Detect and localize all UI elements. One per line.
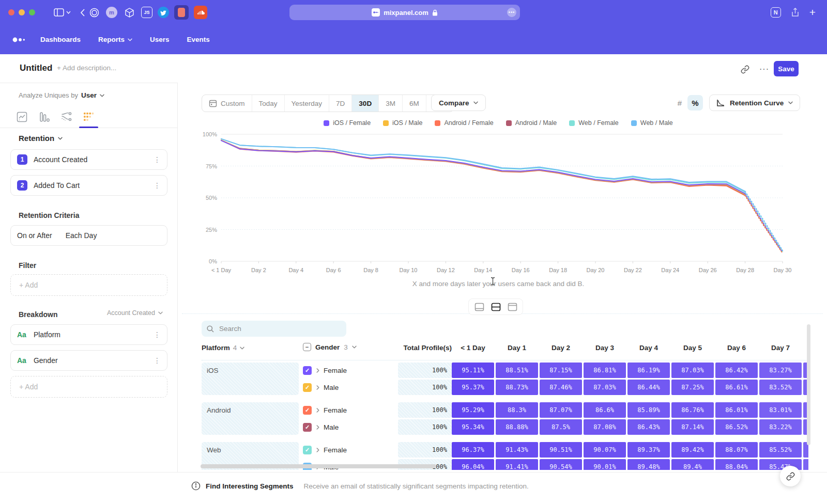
series-checkbox[interactable]: ✓: [303, 423, 312, 432]
nav-item-events[interactable]: Events: [187, 36, 210, 43]
save-button[interactable]: Save: [774, 61, 799, 76]
platform-cell[interactable]: iOS: [202, 363, 299, 395]
retention-value-cell[interactable]: 85.89%: [627, 402, 670, 418]
column-day[interactable]: Day 3: [584, 344, 626, 352]
retention-value-cell[interactable]: 90.51%: [540, 442, 582, 458]
nav-item-reports[interactable]: Reports: [98, 36, 132, 43]
table-search[interactable]: [202, 321, 346, 337]
retention-value-cell[interactable]: 86.44%: [627, 380, 670, 395]
column-gender[interactable]: − Gender3: [303, 343, 357, 351]
new-tab-icon[interactable]: +: [809, 6, 816, 19]
retention-chart[interactable]: 100%75%50%25%0%< 1 DayDay 2Day 4Day 6Day…: [198, 129, 792, 277]
legend-item[interactable]: Web / Male: [631, 119, 673, 127]
series-checkbox[interactable]: ✓: [303, 383, 312, 392]
table-row[interactable]: ✓Female: [303, 363, 375, 378]
retention-value-cell[interactable]: 90.07%: [584, 442, 626, 458]
tab-flows[interactable]: [55, 106, 78, 128]
retention-section-header[interactable]: Retention: [19, 134, 63, 143]
series-checkbox[interactable]: ✓: [303, 406, 312, 415]
minimize-window-button[interactable]: [19, 9, 25, 15]
retention-value-cell[interactable]: 86.43%: [627, 419, 670, 435]
retention-value-cell[interactable]: 88.73%: [496, 380, 538, 395]
retention-value-cell[interactable]: 87.03%: [671, 363, 714, 378]
layout-table-only-toggle[interactable]: [505, 301, 519, 313]
add-description-placeholder[interactable]: + Add description...: [57, 64, 116, 72]
retention-value-cell[interactable]: 86.52%: [715, 419, 758, 435]
mixpanel-logo[interactable]: [12, 37, 26, 43]
retention-criteria-row[interactable]: On or After Each Day: [10, 225, 167, 246]
range-button-custom[interactable]: Custom: [202, 95, 252, 112]
back-button[interactable]: [80, 9, 85, 17]
step-event-name[interactable]: Added To Cart: [34, 181, 154, 190]
column-day[interactable]: Day 5: [671, 344, 714, 352]
step-event-name[interactable]: Account Created: [34, 155, 154, 164]
share-link-fab[interactable]: [780, 466, 801, 486]
table-row[interactable]: ✓Male: [303, 380, 375, 395]
extension-soundcloud-icon[interactable]: [194, 6, 207, 19]
legend-item[interactable]: Android / Female: [435, 119, 493, 127]
retention-value-cell[interactable]: 83.27%: [759, 363, 802, 378]
retention-value-cell[interactable]: 83.22%: [759, 419, 802, 435]
tab-retention[interactable]: [78, 106, 100, 128]
retention-value-cell[interactable]: 86.01%: [715, 402, 758, 418]
retention-value-cell[interactable]: 83.52%: [759, 380, 802, 395]
column-day[interactable]: Day 2: [540, 344, 582, 352]
retention-value-cell[interactable]: 89.4%: [671, 459, 714, 470]
retention-value-cell[interactable]: 86.19%: [627, 363, 670, 378]
legend-item[interactable]: iOS / Male: [383, 119, 422, 127]
close-window-button[interactable]: [8, 9, 14, 15]
kebab-menu-icon[interactable]: ⋮: [154, 155, 161, 164]
retention-value-cell[interactable]: 90.01%: [584, 459, 626, 470]
range-button-6m[interactable]: 6M: [403, 95, 426, 112]
copy-link-icon[interactable]: [741, 61, 749, 77]
column-platform[interactable]: Platform4: [202, 344, 244, 352]
range-button-today[interactable]: Today: [252, 95, 285, 112]
retention-value-cell[interactable]: 91.43%: [496, 442, 538, 458]
breakdown-add-button[interactable]: + Add: [10, 376, 167, 398]
retention-value-cell[interactable]: 87.03%: [584, 380, 626, 395]
legend-item[interactable]: Android / Male: [506, 119, 557, 127]
retention-value-cell[interactable]: 89.42%: [671, 442, 714, 458]
retention-value-cell[interactable]: 95.11%: [452, 363, 494, 378]
retention-value-cell[interactable]: 87.46%: [540, 380, 582, 395]
chart-type-selector[interactable]: Retention Curve: [709, 94, 800, 111]
retention-value-cell[interactable]: 87.25%: [671, 380, 714, 395]
column-day[interactable]: Day 6: [715, 344, 758, 352]
legend-item[interactable]: iOS / Female: [324, 119, 371, 127]
filter-add-button[interactable]: + Add: [10, 274, 167, 296]
retention-value-cell[interactable]: 88.51%: [496, 363, 538, 378]
retention-value-cell[interactable]: 83.01%: [759, 402, 802, 418]
share-icon[interactable]: [791, 8, 799, 17]
tab-insights[interactable]: [11, 106, 33, 128]
compare-button[interactable]: Compare: [431, 94, 486, 111]
more-options-button[interactable]: ···: [759, 61, 769, 77]
retention-value-cell[interactable]: 90.54%: [540, 459, 582, 470]
nav-item-users[interactable]: Users: [150, 36, 170, 43]
criteria-condition[interactable]: On or After: [17, 231, 52, 240]
criteria-value[interactable]: Each Day: [66, 231, 97, 240]
series-checkbox[interactable]: ✓: [303, 446, 312, 454]
retention-value-cell[interactable]: 85.52%: [759, 442, 802, 458]
vertical-scrollbar[interactable]: [807, 324, 810, 445]
expand-row-icon[interactable]: [316, 385, 319, 390]
range-button-7d[interactable]: 7D: [329, 95, 352, 112]
range-button-3m[interactable]: 3M: [379, 95, 403, 112]
analyze-entity-selector[interactable]: User: [81, 91, 97, 99]
table-row[interactable]: ✓Female: [303, 442, 375, 458]
url-bar[interactable]: mixpanel.com •••: [289, 5, 520, 20]
column-total-profiles[interactable]: Total Profile(s): [398, 344, 452, 352]
table-search-input[interactable]: [218, 324, 334, 333]
retention-value-cell[interactable]: 95.29%: [452, 402, 494, 418]
retention-value-cell[interactable]: 86.61%: [715, 380, 758, 395]
expand-row-icon[interactable]: [316, 368, 319, 373]
platform-cell[interactable]: Android: [202, 402, 299, 435]
breakdown-scope-selector[interactable]: Account Created: [107, 309, 163, 317]
retention-step-2[interactable]: 2 Added To Cart ⋮: [10, 175, 167, 196]
extension-m-icon[interactable]: m: [106, 7, 117, 18]
range-button-30d[interactable]: 30D: [352, 95, 379, 112]
sidebar-toggle-icon[interactable]: [54, 8, 64, 17]
breakdown-gender[interactable]: Aa Gender ⋮: [10, 350, 167, 371]
retention-value-cell[interactable]: 89.48%: [627, 459, 670, 470]
retention-value-cell[interactable]: 87.07%: [540, 402, 582, 418]
report-title[interactable]: Untitled: [20, 63, 52, 73]
